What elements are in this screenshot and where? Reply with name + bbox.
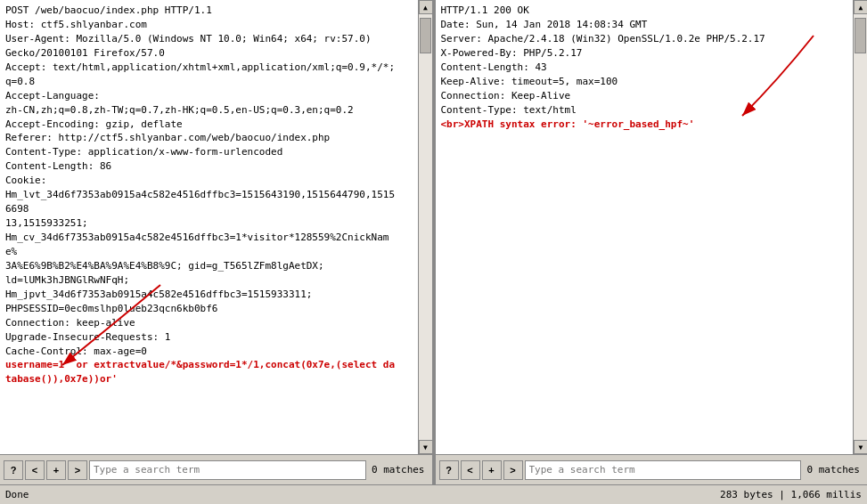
left-line: ld=lUMk3hJBNGlRwNFqH; xyxy=(5,273,400,288)
right-line: Connection: Keep-Alive xyxy=(441,89,836,103)
left-line: 3A%E6%9B%B2%E4%BA%9A%E4%B8%9C; gid=g_T56… xyxy=(5,259,400,273)
left-line: Hm_cv_34d6f7353ab0915a4c582e4516dffbc3=1… xyxy=(5,231,400,259)
left-prev-button[interactable]: < xyxy=(25,460,45,480)
right-scroll-up-arrow[interactable]: ▲ xyxy=(854,0,867,14)
left-search-bar: ? < + > 0 matches xyxy=(0,454,432,484)
left-line: Cache-Control: max-age=0 xyxy=(5,345,400,359)
left-line: Accept-Encoding: gzip, deflate xyxy=(5,118,400,132)
right-next-button[interactable]: > xyxy=(503,460,523,480)
left-line: Host: ctf5.shlyanbar.com xyxy=(5,18,400,32)
left-help-button[interactable]: ? xyxy=(4,460,23,480)
status-bar: Done 283 bytes | 1,066 millis xyxy=(0,484,867,504)
left-line: 13,1515933251; xyxy=(5,216,400,231)
right-search-input[interactable] xyxy=(525,460,802,480)
left-line: User-Agent: Mozilla/5.0 (Windows NT 10.0… xyxy=(5,32,400,46)
left-line: Hm_lvt_34d6f7353ab0915a4c582e4516dffbc3=… xyxy=(5,188,400,216)
status-done: Done xyxy=(5,489,29,500)
right-help-button[interactable]: ? xyxy=(439,460,459,480)
left-line: Gecko/20100101 Firefox/57.0 xyxy=(5,46,400,61)
left-line: Accept-Language: xyxy=(5,89,400,103)
right-line: HTTP/1.1 200 OK xyxy=(441,4,836,18)
right-line: Date: Sun, 14 Jan 2018 14:08:34 GMT xyxy=(441,18,836,32)
right-line: Content-Length: 43 xyxy=(441,61,836,75)
scroll-thumb[interactable] xyxy=(420,18,431,53)
right-scroll-down-arrow[interactable]: ▼ xyxy=(854,440,867,454)
right-line: <br>XPATH syntax error: '~error_based_hp… xyxy=(441,118,836,132)
left-next-button[interactable]: > xyxy=(68,460,87,480)
left-line: Hm_jpvt_34d6f7353ab0915a4c582e4516dffbc3… xyxy=(5,288,400,302)
left-line: Upgrade-Insecure-Requests: 1 xyxy=(5,330,400,345)
left-line: Accept: text/html,application/xhtml+xml,… xyxy=(5,61,400,89)
right-search-bar: ? < + > 0 matches xyxy=(436,454,868,484)
left-line: POST /web/baocuo/index.php HTTP/1.1 xyxy=(5,4,400,18)
left-search-input[interactable] xyxy=(89,460,366,480)
left-pane-content[interactable]: POST /web/baocuo/index.php HTTP/1.1Host:… xyxy=(0,0,418,454)
main-area: POST /web/baocuo/index.php HTTP/1.1Host:… xyxy=(0,0,867,484)
right-pane: HTTP/1.1 200 OKDate: Sun, 14 Jan 2018 14… xyxy=(436,0,868,484)
right-line: Keep-Alive: timeout=5, max=100 xyxy=(441,75,836,89)
left-pane-inner: POST /web/baocuo/index.php HTTP/1.1Host:… xyxy=(0,0,432,454)
right-scrollbar[interactable]: ▲ ▼ xyxy=(853,0,867,454)
left-line: Referer: http://ctf5.shlyanbar.com/web/b… xyxy=(5,131,400,145)
right-pane-inner: HTTP/1.1 200 OKDate: Sun, 14 Jan 2018 14… xyxy=(436,0,868,454)
right-scroll-thumb[interactable] xyxy=(855,18,866,53)
right-line: Server: Apache/2.4.18 (Win32) OpenSSL/1.… xyxy=(441,32,836,46)
right-scroll-track[interactable] xyxy=(854,14,867,440)
status-bytes: 283 bytes | 1,066 millis xyxy=(720,489,862,500)
left-line: username=1' or extractvalue/*&password=1… xyxy=(5,358,400,386)
left-line: Cookie: xyxy=(5,174,400,188)
right-line: X-Powered-By: PHP/5.2.17 xyxy=(441,46,836,61)
left-match-count: 0 matches xyxy=(368,464,429,476)
left-scrollbar[interactable]: ▲ ▼ xyxy=(418,0,432,454)
scroll-down-arrow[interactable]: ▼ xyxy=(419,440,432,454)
right-pane-content[interactable]: HTTP/1.1 200 OKDate: Sun, 14 Jan 2018 14… xyxy=(436,0,854,454)
right-line: Content-Type: text/html xyxy=(441,103,836,118)
scroll-up-arrow[interactable]: ▲ xyxy=(419,0,432,14)
right-match-count: 0 matches xyxy=(803,464,863,476)
left-line: PHPSESSID=0ec0mslhp0lueb23qcn6kb0bf6 xyxy=(5,302,400,316)
scroll-track[interactable] xyxy=(419,14,432,440)
left-line: Content-Type: application/x-www-form-url… xyxy=(5,145,400,159)
left-pane: POST /web/baocuo/index.php HTTP/1.1Host:… xyxy=(0,0,434,484)
left-line: zh-CN,zh;q=0.8,zh-TW;q=0.7,zh-HK;q=0.5,e… xyxy=(5,103,400,118)
left-add-button[interactable]: + xyxy=(46,460,66,480)
right-prev-button[interactable]: < xyxy=(461,460,480,480)
left-line: Content-Length: 86 xyxy=(5,159,400,174)
left-line: Connection: keep-alive xyxy=(5,316,400,330)
right-add-button[interactable]: + xyxy=(482,460,502,480)
